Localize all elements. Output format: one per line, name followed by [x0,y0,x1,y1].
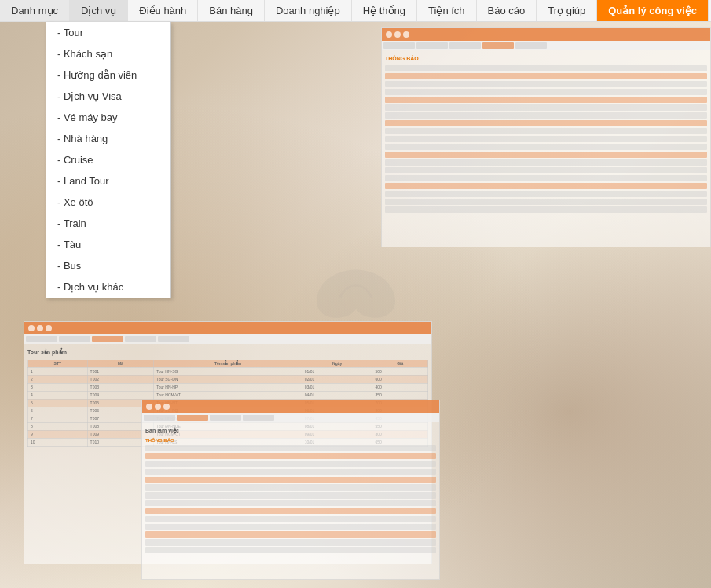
cell-3-3: Tour HN-HP [154,383,302,391]
screen-bottom-middle-content: Bán làm việc THÔNG BÁO [142,424,439,558]
mini-row-16 [385,183,707,189]
bm-row-9 [145,508,436,514]
btn-yellow-3 [155,404,161,410]
bm-row-10 [145,516,436,522]
cell-2-2: T002 [87,375,154,383]
cell-3-2: T003 [87,383,154,391]
bm-row-1 [145,445,436,451]
mini-row-12 [385,152,707,158]
btn-red-2 [28,325,35,331]
dropdown-khach-san[interactable]: - Khách sạn [46,43,170,64]
col-code: Mã [87,360,154,367]
btn-green-3 [163,404,170,410]
dropdown-cruise[interactable]: - Cruise [46,149,170,170]
cell-3-1: 3 [28,383,88,391]
logo-watermark [309,261,403,327]
mini-nav-item-1 [383,42,415,49]
cell-2-5: 600 [372,375,428,383]
btn-red-3 [146,404,152,410]
mini-nav-bottom-left [24,334,431,344]
cell-7-1: 7 [28,415,88,422]
bm-row-6 [145,484,436,491]
btn-green [403,31,409,38]
cell-2-4: 02/01 [302,375,372,383]
mini-row-9 [385,128,707,134]
nav-doanh-nghiep[interactable]: Doanh nghiệp [265,0,352,21]
screen-top-right-content: THÔNG BÁO [382,52,710,217]
dropdown-tau[interactable]: - Tàu [46,234,170,255]
col-price: Giá [372,360,428,367]
bm-row-11 [145,524,436,530]
mini-row-2 [385,73,707,79]
screen-top-right-bar [382,28,710,41]
dropdown-huong-dan-vien[interactable]: - Hướng dẫn viên [46,64,170,86]
btn-yellow-2 [37,325,43,331]
cell-10-1: 10 [28,438,88,446]
mini-row-17 [385,191,707,197]
nav-he-thong[interactable]: Hệ thống [352,0,417,21]
bm-row-7 [145,492,436,499]
bm-row-8 [145,500,436,506]
mini-nav-bl-2 [59,336,90,342]
nav-ban-hang[interactable]: Bán hàng [198,0,265,21]
nav-quan-ly[interactable]: Quản lý công việc [597,0,709,21]
ban-lam-viec-label: Bán làm việc [145,427,436,435]
dropdown-ve-may-bay[interactable]: - Vé máy bay [46,107,170,128]
mini-row-15 [385,175,707,181]
navbar: Danh mục Dịch vụ Điều hành Bán hàng Doan… [0,0,711,22]
cell-3-5: 400 [372,383,428,391]
mini-row-3 [385,81,707,87]
dropdown-nha-hang[interactable]: - Nhà hàng [46,128,170,149]
bm-row-13 [145,539,436,546]
cell-5-1: 5 [28,399,88,407]
nav-dieu-hanh[interactable]: Điều hành [128,0,198,21]
col-stt: STT [28,360,88,367]
cell-4-2: T004 [87,391,154,399]
dropdown-dich-vu-visa[interactable]: - Dịch vụ Visa [46,86,170,107]
cell-4-4: 04/01 [302,391,372,399]
dich-vu-dropdown: - Tour - Khách sạn - Hướng dẫn viên - Dị… [46,22,171,298]
mini-row-18 [385,199,707,205]
bm-row-12 [145,531,436,538]
mini-row-14 [385,167,707,173]
mini-nav-item-4 [482,42,514,49]
mini-nav-bm-4 [243,415,274,421]
thong-bao-label-2: THÔNG BÁO [145,437,436,444]
dropdown-xe-oto[interactable]: - Xe ôtô [46,192,170,213]
cell-1-5: 500 [372,367,428,375]
cell-4-5: 350 [372,391,428,399]
mini-nav-bottom-middle [142,413,439,422]
mini-nav-bl-3 [92,336,123,342]
mini-nav-bm-1 [144,415,175,421]
dropdown-train[interactable]: - Train [46,213,170,234]
bm-row-3 [145,461,436,467]
mini-row-11 [385,144,707,150]
col-date: Ngày [302,360,372,367]
mini-row-6 [385,104,707,111]
mini-nav-bm-3 [210,415,241,421]
nav-danh-muc[interactable]: Danh mục [0,0,70,21]
dropdown-bus[interactable]: - Bus [46,255,170,276]
dropdown-tour[interactable]: - Tour [46,22,170,43]
dropdown-dich-vu-khac[interactable]: - Dịch vụ khác [46,276,170,298]
cell-1-1: 1 [28,367,88,375]
nav-bao-cao[interactable]: Báo cáo [477,0,537,21]
dropdown-land-tour[interactable]: - Land Tour [46,170,170,192]
mini-nav-bl-1 [26,336,57,342]
screen-title-thong-bao: THÔNG BÁO [385,55,707,63]
nav-tro-giup[interactable]: Trợ giúp [537,0,597,21]
mini-nav-item-3 [449,42,481,49]
nav-tien-ich[interactable]: Tiện ích [417,0,477,21]
mini-row-10 [385,136,707,142]
btn-green-2 [46,325,52,331]
screen-bottom-middle: Bán làm việc THÔNG BÁO [141,400,440,580]
cell-1-3: Tour HN-SG [154,367,302,375]
mini-nav-bl-5 [158,336,189,342]
mini-row-1 [385,65,707,71]
mini-nav-bm-2 [177,415,208,421]
screen-top-right: THÔNG BÁO [381,27,711,247]
mini-row-5 [385,97,707,103]
cell-6-1: 6 [28,407,88,415]
cell-1-4: 01/01 [302,367,372,375]
nav-dich-vu[interactable]: Dịch vụ [70,0,128,21]
